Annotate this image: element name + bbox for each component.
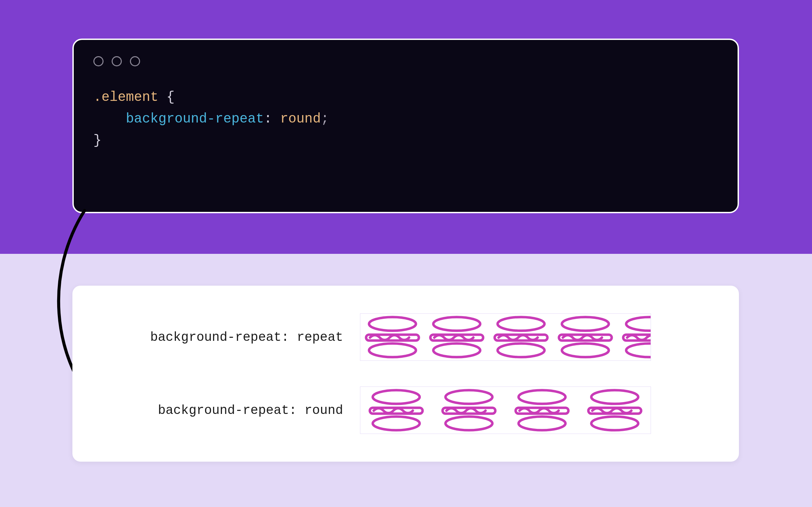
code-line-2: background-repeat: round;	[93, 108, 718, 130]
demo-row-repeat: background-repeat: repeat	[99, 313, 712, 361]
svg-point-6	[562, 317, 609, 331]
code-line-1: .element {	[93, 87, 718, 108]
svg-point-0	[369, 317, 416, 331]
demo-swatch-round	[360, 387, 651, 434]
code-line-3: }	[93, 130, 718, 152]
svg-point-14	[518, 390, 565, 404]
code-brace-open: {	[158, 90, 175, 105]
svg-point-7	[562, 344, 609, 357]
window-controls	[93, 56, 718, 66]
code-brace-close: }	[93, 133, 102, 148]
svg-point-16	[591, 390, 638, 404]
svg-point-15	[518, 417, 565, 430]
demo-row-round: background-repeat: round	[99, 387, 712, 434]
svg-point-12	[446, 390, 493, 404]
svg-point-17	[591, 417, 638, 430]
code-indent	[93, 111, 126, 127]
burger-icon	[581, 388, 649, 432]
svg-point-2	[433, 317, 480, 331]
code-colon: :	[264, 111, 280, 127]
svg-point-8	[626, 317, 651, 331]
demo-swatch-repeat	[360, 313, 651, 361]
swatch-item	[489, 315, 553, 359]
swatch-item	[435, 388, 503, 432]
swatch-item	[425, 315, 489, 359]
burger-icon	[553, 315, 617, 359]
burger-icon	[489, 315, 553, 359]
swatch-item	[362, 388, 430, 432]
swatch-item	[360, 315, 425, 359]
svg-point-1	[369, 344, 416, 357]
svg-point-10	[373, 390, 420, 404]
code-property: background-repeat	[126, 111, 264, 127]
window-dot-icon	[130, 56, 140, 66]
burger-icon	[425, 315, 489, 359]
svg-point-4	[498, 317, 545, 331]
swatch-item	[581, 388, 649, 432]
swatch-item	[553, 315, 617, 359]
code-value: round	[280, 111, 321, 127]
swatch-item	[508, 388, 576, 432]
window-dot-icon	[93, 56, 104, 66]
burger-icon	[360, 315, 425, 359]
svg-point-3	[433, 344, 480, 357]
svg-point-5	[498, 344, 545, 357]
svg-point-11	[373, 417, 420, 430]
demo-card: background-repeat: repeat background-rep…	[72, 286, 739, 462]
window-dot-icon	[112, 56, 122, 66]
demo-label-round: background-repeat: round	[99, 403, 343, 418]
svg-point-9	[626, 344, 651, 357]
burger-icon	[435, 388, 503, 432]
code-semicolon: ;	[321, 111, 329, 127]
svg-point-13	[446, 417, 493, 430]
burger-icon	[362, 388, 430, 432]
demo-label-repeat: background-repeat: repeat	[99, 330, 343, 345]
swatch-item	[617, 315, 651, 359]
burger-icon	[617, 315, 651, 359]
burger-icon	[508, 388, 576, 432]
code-window: .element { background-repeat: round; }	[72, 39, 739, 213]
code-selector: .element	[93, 90, 158, 105]
